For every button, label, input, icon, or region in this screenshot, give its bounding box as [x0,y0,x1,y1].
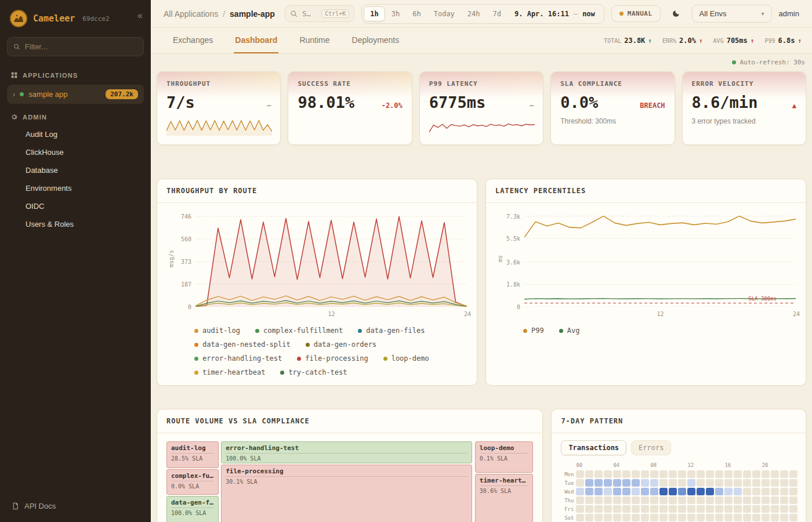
legend-item-avg[interactable]: Avg [559,327,580,335]
heatmap-cell[interactable] [724,488,733,495]
heatmap-cell[interactable] [687,496,695,504]
heatmap-cell[interactable] [594,514,603,521]
heatmap-cell[interactable] [669,470,677,478]
heatmap-cell[interactable] [622,496,630,504]
heatmap-cell[interactable] [743,514,751,521]
heatmap-cell[interactable] [771,496,779,504]
sidebar-item-users-roles[interactable]: Users & Roles [22,215,144,233]
heatmap-cell[interactable] [724,514,733,521]
heatmap-cell[interactable] [576,514,584,521]
heatmap-cell[interactable] [678,514,686,521]
heatmap-cell[interactable] [650,505,658,513]
heatmap-cell[interactable] [604,488,612,495]
theme-toggle-button[interactable] [668,5,685,23]
heatmap-cell[interactable] [622,470,630,478]
heatmap-cell[interactable] [771,479,779,487]
heatmap-cell[interactable] [622,505,630,513]
heatmap-cell[interactable] [687,479,695,487]
heatmap-cell[interactable] [678,505,686,513]
heatmap-cell[interactable] [697,514,705,521]
heatmap-cell[interactable] [632,479,640,487]
heatmap-cell[interactable] [706,496,714,504]
heatmap-cell[interactable] [734,470,742,478]
heatmap-cell[interactable] [650,496,658,504]
heatmap-cell[interactable] [669,505,677,513]
heatmap-cell[interactable] [706,470,714,478]
heatmap-cell[interactable] [697,496,705,504]
heatmap-cell[interactable] [743,488,751,495]
heatmap-cell[interactable] [762,505,770,513]
heatmap-cell[interactable] [641,505,649,513]
treemap-cell-file-processing[interactable]: file-processing30.1% SLA [221,465,472,522]
heatmap-cell[interactable] [669,514,677,521]
heatmap-cell[interactable] [585,470,593,478]
legend-item-timer-heartbeat[interactable]: timer-heartbeat [194,368,265,376]
heatmap-cell[interactable] [659,479,668,487]
heatmap-cell[interactable] [697,488,705,495]
legend-item-data-gen-nested-split[interactable]: data-gen-nested-split [194,340,291,349]
heatmap-cell[interactable] [678,479,686,487]
heatmap-cell[interactable] [762,479,770,487]
legend-item-data-gen-orders[interactable]: data-gen-orders [306,340,376,349]
heatmap-cell[interactable] [632,496,640,504]
legend-item-file-processing[interactable]: file-processing [297,354,368,362]
heatmap-cell[interactable] [715,488,723,495]
heatmap-cell[interactable] [585,479,593,487]
heatmap-cell[interactable] [576,488,584,495]
heatmap-cell[interactable] [622,514,630,521]
heatmap-cell[interactable] [752,479,760,487]
heatmap-cell[interactable] [724,496,733,504]
heatmap-cell[interactable] [678,488,686,495]
heatmap-cell[interactable] [715,514,723,521]
heatmap-cell[interactable] [697,505,705,513]
heatmap-cell[interactable] [641,514,649,521]
date-range-display[interactable]: 9. Apr. 16:11 — now [507,10,602,18]
heatmap-cell[interactable] [734,514,742,521]
heatmap-cell[interactable] [669,479,677,487]
sidebar-item-sample-app[interactable]: › sample app 207.2k [7,85,144,104]
sidebar-item-oidc[interactable]: OIDC [22,197,144,215]
heatmap-cell[interactable] [715,496,723,504]
heatmap-cell[interactable] [632,470,640,478]
heatmap-cell[interactable] [715,479,723,487]
breadcrumb-all-applications[interactable]: All Applications [164,9,218,19]
legend-item-data-gen-files[interactable]: data-gen-files [358,327,425,335]
heatmap-cell[interactable] [724,505,733,513]
time-range-1h[interactable]: 1h [364,6,385,21]
heatmap-cell[interactable] [762,496,770,504]
heatmap-cell[interactable] [752,505,760,513]
time-range-6h[interactable]: 6h [406,6,427,21]
heatmap-cell[interactable] [780,470,788,478]
heatmap-cell[interactable] [659,496,668,504]
heatmap-cell[interactable] [585,488,593,495]
treemap-cell-error-handling-test[interactable]: error-handling-test100.0% SLA [221,441,472,463]
heatmap-cell[interactable] [780,479,788,487]
heatmap-cell[interactable] [604,496,612,504]
sidebar-item-clickhouse[interactable]: ClickHouse [22,143,144,161]
heatmap-cell[interactable] [669,496,677,504]
heatmap-cell[interactable] [576,505,584,513]
legend-item-loop-demo[interactable]: loop-demo [383,354,429,362]
heatmap-cell[interactable] [780,488,788,495]
heatmap-cell[interactable] [715,505,723,513]
heatmap-cell[interactable] [687,505,695,513]
heatmap-cell[interactable] [780,496,788,504]
heatmap-cell[interactable] [743,505,751,513]
refresh-mode-button[interactable]: MANUAL [611,5,661,22]
heatmap-cell[interactable] [780,505,788,513]
heatmap-cell[interactable] [650,488,658,495]
heatmap-cell[interactable] [706,505,714,513]
heatmap-cell[interactable] [743,479,751,487]
heatmap-cell[interactable] [659,470,668,478]
heatmap-cell[interactable] [641,479,649,487]
heatmap-cell[interactable] [724,479,733,487]
user-menu[interactable]: admin [779,9,799,18]
heatmap-cell[interactable] [734,479,742,487]
heatmap-cell[interactable] [604,514,612,521]
heatmap-cell[interactable] [752,470,760,478]
time-range-today[interactable]: Today [427,6,461,21]
legend-item-p99[interactable]: P99 [523,327,544,335]
heatmap-cell[interactable] [594,479,603,487]
heatmap-cell[interactable] [771,514,779,521]
time-range-7d[interactable]: 7d [487,6,507,21]
